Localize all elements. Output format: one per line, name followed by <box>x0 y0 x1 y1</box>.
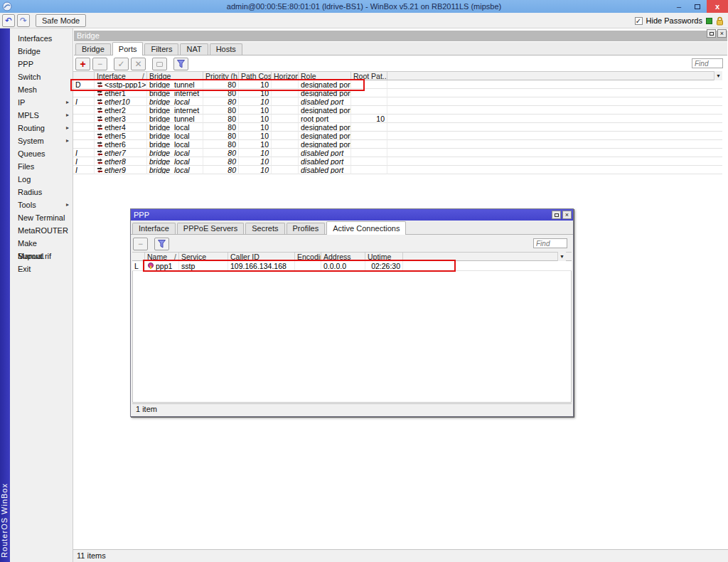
bridge-port-icon <box>97 159 103 164</box>
maximize-button[interactable] <box>688 0 707 13</box>
tab-pppoe-servers[interactable]: PPPoE Servers <box>177 223 244 234</box>
hide-passwords-label: Hide Passwords <box>646 16 702 25</box>
tab-ports[interactable]: Ports <box>112 42 144 55</box>
bridge-port-icon <box>97 150 103 156</box>
bridge-find-input[interactable] <box>692 58 723 68</box>
table-row[interactable]: I ether9 bridge_local 80 10 disabled por… <box>73 166 722 174</box>
sidebar-item-bridge[interactable]: Bridge <box>10 45 73 58</box>
sidebar-item-ip[interactable]: IP▸ <box>10 96 73 109</box>
tab-nat[interactable]: NAT <box>180 43 208 55</box>
sidebar-item-mesh[interactable]: Mesh <box>10 83 73 96</box>
window-title: admin@00:00:5E:80:01:01 (ldrive-BS1) - W… <box>0 2 728 11</box>
sidebar-item-system[interactable]: System▸ <box>10 134 73 147</box>
tab-active-connections[interactable]: Active Connections <box>326 221 406 235</box>
ppp-table-area <box>132 252 572 403</box>
sidebar: Interfaces Bridge PPP Switch Mesh IP▸ MP… <box>10 28 73 562</box>
sidebar-item-tools[interactable]: Tools▸ <box>10 198 73 211</box>
minimize-button[interactable]: – <box>670 0 688 13</box>
bridge-toolbar: + − ✓ ✕ <box>75 58 191 70</box>
tab-interface[interactable]: Interface <box>132 223 176 234</box>
sidebar-item-new-terminal[interactable]: New Terminal <box>10 211 73 224</box>
sidebar-item-switch[interactable]: Switch <box>10 70 73 83</box>
bridge-port-icon <box>97 167 103 173</box>
restore-icon <box>695 4 700 9</box>
submenu-arrow-icon: ▸ <box>66 109 69 122</box>
redo-button[interactable]: ↷ <box>17 14 30 27</box>
bridge-port-icon <box>97 99 103 105</box>
tab-bridge[interactable]: Bridge <box>75 43 111 55</box>
ppp-maximize-button[interactable] <box>552 211 561 219</box>
tab-profiles[interactable]: Profiles <box>287 223 326 234</box>
table-row[interactable]: I ether8 bridge_local 80 10 disabled por… <box>73 157 722 166</box>
ppp-status-bar: 1 item <box>132 403 572 415</box>
submenu-arrow-icon: ▸ <box>66 198 69 211</box>
disable-button[interactable]: ✕ <box>131 58 146 70</box>
connection-status-icon <box>706 18 712 24</box>
highlight-box-ppp-row <box>143 260 456 272</box>
sidebar-item-files[interactable]: Files <box>10 160 73 173</box>
table-row[interactable]: I ether10 bridge_local 80 10 disabled po… <box>73 97 722 106</box>
table-row[interactable]: ether4 bridge_local 80 10 designated por… <box>73 123 722 132</box>
funnel-icon <box>158 240 166 248</box>
ppp-window[interactable]: PPP × Interface PPPoE Servers Secrets Pr… <box>130 208 574 417</box>
tab-secrets[interactable]: Secrets <box>245 223 284 234</box>
sidebar-item-manual[interactable]: Manual <box>10 250 73 263</box>
column-filler <box>387 72 722 80</box>
bridge-restore-button[interactable] <box>707 29 716 38</box>
enable-button[interactable]: ✓ <box>114 58 129 70</box>
comment-button[interactable] <box>152 58 167 70</box>
restore-icon <box>555 213 559 217</box>
app-titlebar: admin@00:00:5E:80:01:01 (ldrive-BS1) - W… <box>0 0 728 13</box>
undo-button[interactable]: ↶ <box>2 14 15 27</box>
bridge-port-icon <box>97 116 103 122</box>
table-row[interactable]: ether6 bridge_local 80 10 designated por… <box>73 140 722 149</box>
table-row[interactable]: ether2 bridge_internet 80 10 designated … <box>73 106 722 115</box>
filter-button[interactable] <box>154 238 169 250</box>
column-select-dropdown[interactable]: ▼ <box>557 252 566 261</box>
sidebar-item-exit[interactable]: Exit <box>10 263 73 275</box>
funnel-icon <box>177 60 185 68</box>
sidebar-item-log[interactable]: Log <box>10 173 73 186</box>
sidebar-item-mpls[interactable]: MPLS▸ <box>10 109 73 122</box>
bridge-status-bar: 11 items <box>73 549 728 562</box>
filter-button[interactable] <box>173 58 188 70</box>
hide-passwords-checkbox[interactable]: ✓ <box>635 17 643 25</box>
brand-text: RouterOS WinBox <box>0 483 10 558</box>
sidebar-item-make-supout[interactable]: Make Supout.rif <box>10 237 73 250</box>
add-button[interactable]: + <box>75 58 90 70</box>
sidebar-item-interfaces[interactable]: Interfaces <box>10 32 73 45</box>
ppp-close-button[interactable]: × <box>562 211 572 219</box>
bridge-port-icon <box>97 124 103 130</box>
sidebar-item-queues[interactable]: Queues <box>10 147 73 160</box>
submenu-arrow-icon: ▸ <box>66 96 69 109</box>
comment-icon <box>156 62 163 67</box>
bridge-port-icon <box>97 133 103 139</box>
column-select-dropdown[interactable]: ▼ <box>714 71 722 80</box>
sidebar-item-metarouter[interactable]: MetaROUTER <box>10 224 73 237</box>
tab-filters[interactable]: Filters <box>144 43 178 55</box>
bridge-close-button[interactable]: × <box>717 29 727 38</box>
ppp-toolbar: − <box>133 238 171 250</box>
lock-icon <box>716 16 724 26</box>
table-row[interactable]: ether3 bridge_tunnel 80 10 root port 10 <box>73 115 722 123</box>
remove-button[interactable]: − <box>133 238 148 250</box>
ppp-find-input[interactable] <box>533 238 567 248</box>
close-button[interactable]: x <box>707 0 728 13</box>
highlight-box-bridge-row <box>70 79 365 91</box>
table-row[interactable]: I ether7 bridge_local 80 10 disabled por… <box>73 149 722 157</box>
sidebar-item-ppp[interactable]: PPP <box>10 58 73 70</box>
restore-icon <box>710 32 714 36</box>
submenu-arrow-icon: ▸ <box>66 122 69 134</box>
table-row[interactable]: ether5 bridge_local 80 10 designated por… <box>73 132 722 140</box>
safe-mode-button[interactable]: Safe Mode <box>36 14 86 27</box>
sidebar-item-routing[interactable]: Routing▸ <box>10 122 73 134</box>
ppp-window-titlebar[interactable]: PPP <box>131 209 573 221</box>
bridge-window-titlebar: Bridge <box>74 31 727 41</box>
sidebar-item-radius[interactable]: Radius <box>10 186 73 198</box>
bridge-port-icon <box>97 107 103 113</box>
ppp-tabbar: Interface PPPoE Servers Secrets Profiles… <box>131 221 573 235</box>
tab-hosts[interactable]: Hosts <box>210 43 242 55</box>
brand-strip: RouterOS WinBox <box>0 28 10 562</box>
winbox-app: admin@00:00:5E:80:01:01 (ldrive-BS1) - W… <box>0 0 728 562</box>
remove-button[interactable]: − <box>92 58 107 70</box>
